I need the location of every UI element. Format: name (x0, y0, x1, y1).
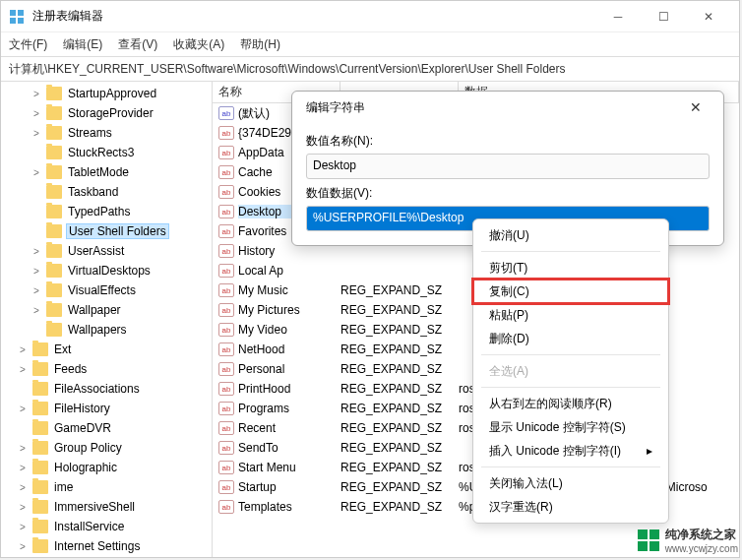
expander-icon[interactable]: > (17, 482, 29, 493)
expander-icon[interactable]: > (17, 463, 29, 473)
tree-item[interactable]: StuckRects3 (1, 143, 212, 162)
tree-label: Internet Settings (52, 539, 142, 553)
context-menu-item[interactable]: 删除(D) (473, 327, 668, 350)
expander-icon[interactable]: > (17, 364, 29, 375)
context-menu-item[interactable]: 显示 Unicode 控制字符(S) (473, 415, 668, 439)
reg-value-icon: ab (218, 283, 234, 297)
expander-icon[interactable]: > (31, 108, 42, 119)
context-menu-item[interactable]: 汉字重选(R) (473, 495, 668, 519)
context-menu-item[interactable]: 剪切(T) (473, 256, 668, 280)
tree-item[interactable]: >StorageProvider (1, 103, 212, 123)
tree-label: TabletMode (66, 165, 131, 179)
tree-label: Holographic (52, 461, 119, 474)
folder-icon (46, 146, 62, 159)
tree-item[interactable]: >StartupApproved (1, 84, 212, 103)
expander-icon[interactable]: > (17, 502, 29, 513)
row-type: REG_EXPAND_SZ (340, 500, 459, 514)
tree-item[interactable]: >FileHistory (1, 399, 212, 418)
address-bar[interactable]: 计算机\HKEY_CURRENT_USER\Software\Microsoft… (1, 56, 739, 82)
context-menu-item[interactable]: 复制(C) (473, 280, 668, 303)
expander-icon[interactable]: > (31, 246, 42, 257)
tree-label: UserAssist (66, 244, 126, 258)
tree-item[interactable]: Wallpapers (1, 320, 212, 340)
menu-item-label: 删除(D) (489, 331, 529, 347)
expander-icon[interactable]: > (31, 128, 42, 139)
row-type: REG_EXPAND_SZ (340, 303, 459, 317)
tree-label: Wallpapers (66, 323, 129, 337)
tree-item[interactable]: >Internet Settings (1, 536, 212, 556)
tree-item[interactable]: >Streams (1, 123, 212, 143)
expander-icon[interactable]: > (31, 285, 42, 296)
context-menu-item[interactable]: 关闭输入法(L) (473, 471, 668, 495)
folder-icon (32, 362, 48, 376)
context-menu-item[interactable]: 从右到左的阅读顺序(R) (473, 392, 668, 415)
expander-icon[interactable]: > (17, 344, 29, 355)
row-type: REG_EXPAND_SZ (340, 283, 459, 297)
folder-icon (32, 342, 48, 356)
menu-item-label: 关闭输入法(L) (489, 475, 563, 492)
menu-favorites[interactable]: 收藏夹(A) (173, 36, 224, 53)
row-type: REG_EXPAND_SZ (340, 342, 459, 356)
tree-item[interactable]: Taskband (1, 182, 212, 202)
tree-label: Wallpaper (66, 303, 123, 317)
expander-icon[interactable]: > (31, 89, 42, 99)
tree-item[interactable]: >VirtualDesktops (1, 261, 212, 280)
folder-icon (32, 402, 48, 415)
expander-icon[interactable]: > (17, 443, 29, 454)
folder-icon (32, 421, 48, 435)
expander-icon[interactable]: > (31, 305, 42, 316)
row-name: Startup (238, 480, 340, 494)
expander-icon[interactable]: > (17, 541, 29, 552)
window-title: 注册表编辑器 (32, 8, 595, 25)
reg-value-icon: ab (218, 106, 234, 120)
close-button[interactable]: ✕ (686, 2, 731, 31)
expander-icon[interactable]: > (31, 167, 42, 178)
menu-view[interactable]: 查看(V) (118, 36, 157, 53)
tree-view[interactable]: >StartupApproved>StorageProvider>Streams… (1, 82, 213, 557)
dialog-close-button[interactable]: ✕ (680, 99, 711, 115)
reg-value-icon: ab (218, 146, 234, 159)
expander-icon[interactable]: > (17, 404, 29, 414)
reg-value-icon: ab (218, 264, 234, 278)
tree-item[interactable]: >VisualEffects (1, 280, 212, 300)
tree-item[interactable]: >UserAssist (1, 241, 212, 261)
context-menu-item[interactable]: 撤消(U) (473, 223, 668, 247)
menu-help[interactable]: 帮助(H) (240, 36, 280, 53)
tree-label: ImmersiveShell (52, 500, 137, 514)
reg-value-icon: ab (218, 205, 234, 218)
row-name: Personal (238, 362, 340, 376)
tree-item[interactable]: User Shell Folders (1, 221, 212, 241)
tree-item[interactable]: GameDVR (1, 418, 212, 438)
tree-item[interactable]: >ime (1, 477, 212, 497)
context-menu-item[interactable]: 插入 Unicode 控制字符(I)▸ (473, 439, 668, 463)
tree-item[interactable]: >Wallpaper (1, 300, 212, 320)
folder-icon (32, 500, 48, 514)
tree-item[interactable]: >Holographic (1, 458, 212, 477)
folder-icon (32, 382, 48, 396)
tree-item[interactable]: >TabletMode (1, 162, 212, 182)
expander-icon[interactable]: > (17, 522, 29, 532)
titlebar: 注册表编辑器 ─ ☐ ✕ (1, 1, 739, 32)
menu-file[interactable]: 文件(F) (9, 36, 47, 53)
menu-edit[interactable]: 编辑(E) (63, 36, 102, 53)
minimize-button[interactable]: ─ (595, 2, 641, 31)
tree-item[interactable]: TypedPaths (1, 202, 212, 221)
watermark-name: 纯净系统之家 (665, 528, 736, 541)
value-name-field[interactable]: Desktop (306, 154, 710, 179)
submenu-arrow-icon: ▸ (647, 444, 652, 458)
value-name-label: 数值名称(N): (306, 133, 710, 150)
maximize-button[interactable]: ☐ (641, 2, 686, 31)
tree-item[interactable]: FileAssociations (1, 379, 212, 399)
tree-item[interactable]: >Ext (1, 340, 212, 359)
reg-value-icon: ab (218, 402, 234, 415)
reg-value-icon: ab (218, 500, 234, 514)
tree-item[interactable]: >InstallService (1, 517, 212, 536)
context-menu[interactable]: 撤消(U)剪切(T)复制(C)粘贴(P)删除(D)全选(A)从右到左的阅读顺序(… (472, 218, 669, 524)
tree-item[interactable]: >Group Policy (1, 438, 212, 458)
menu-separator (481, 251, 660, 252)
context-menu-item[interactable]: 粘贴(P) (473, 303, 668, 327)
expander-icon[interactable]: > (31, 266, 42, 277)
tree-item[interactable]: >Feeds (1, 359, 212, 379)
menu-separator (481, 387, 660, 388)
tree-item[interactable]: >ImmersiveShell (1, 497, 212, 517)
